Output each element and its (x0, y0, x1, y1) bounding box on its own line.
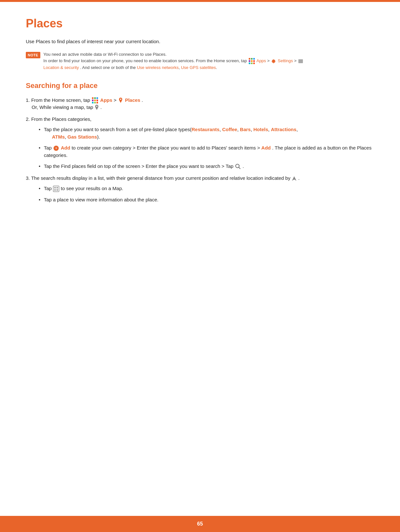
step-2-coffee: Coffee (222, 127, 237, 132)
step3-map-icon (53, 186, 59, 192)
step-1-number: 1. (26, 97, 31, 103)
step-2-bullets: Tap the place you want to search from a … (39, 126, 374, 170)
location-security-grid-icon (298, 59, 303, 63)
page-container: Places Use Places to find places of inte… (0, 0, 400, 532)
step-3-number: 3. (26, 175, 31, 181)
note-location-label: Location & security (44, 65, 79, 70)
step-1-period: . (142, 97, 143, 103)
note-line2-pre: In order to find your location on your p… (44, 58, 247, 63)
section-title: Searching for a place (26, 80, 374, 91)
step-2-bullet-2: Tap + Add to create your own category > … (39, 144, 374, 159)
step-1-places-label: Places (125, 97, 140, 103)
intro-text: Use Places to find places of interest ne… (26, 38, 374, 45)
content-area: Places Use Places to find places of inte… (0, 2, 400, 234)
step-2-b1-pre: Tap the place you want to search from a … (44, 127, 192, 132)
step-2-bullet-1: Tap the place you want to search from a … (39, 126, 374, 140)
svg-line-1 (239, 167, 240, 169)
svg-rect-3 (53, 186, 59, 192)
add-circle-icon: + (54, 146, 59, 151)
note-settings-label: Settings (278, 58, 293, 63)
note-gt2: > (294, 58, 297, 63)
step-2-b3-dot: . (243, 163, 244, 169)
note-line2-mid: . And select one or both of the (80, 65, 136, 70)
step-2-add2-label: Add (261, 145, 271, 150)
step-3: 3. The search results display in a list,… (26, 175, 374, 204)
note-period: . (216, 65, 217, 70)
step-2-gasstations: Gas Stations (67, 134, 97, 140)
note-content: You need an active mobile data or Wi-Fi … (44, 51, 304, 71)
step2-search-icon (235, 163, 241, 170)
step-1-text-pre: From the Home screen, tap (31, 97, 92, 103)
svg-point-0 (235, 164, 239, 168)
step-2-restaurants: Restaurants (192, 127, 220, 132)
step-3-bullet-2: Tap a place to view more information abo… (39, 196, 374, 204)
step-2-c1: , (219, 127, 222, 132)
step-2-add-label: Add (61, 145, 70, 150)
settings-gear-icon (271, 59, 276, 63)
step1-map-pin-icon (95, 105, 99, 111)
step-1-or-text: Or, While viewing a map, tap (32, 104, 95, 110)
step-2-b3-text: Tap the Find places field on top of the … (44, 163, 235, 169)
step-2-number: 2. (26, 116, 31, 122)
step-2: 2. From the Places categories, Tap the p… (26, 116, 374, 170)
step-2-text: From the Places categories, (31, 116, 92, 122)
step-2-b2-tap: Tap (44, 145, 53, 150)
step-2-c3: , (251, 127, 253, 132)
note-gt1: > (267, 58, 270, 63)
steps-list: 1. From the Home screen, tap Apps > Plac… (26, 97, 374, 204)
step-2-bullet-3: Tap the Find places field on top of the … (39, 163, 374, 170)
step3-direction-icon (292, 176, 297, 181)
svg-rect-4 (54, 187, 56, 189)
bottom-bar: 65 (0, 516, 400, 532)
step-3-dot: . (298, 175, 299, 181)
step-2-bars: Bars (240, 127, 251, 132)
note-gps-label: Use GPS satellites (181, 65, 216, 70)
note-box: NOTE You need an active mobile data or W… (26, 51, 374, 71)
step-2-close-paren: ). (97, 134, 100, 140)
note-apps-label: Apps (256, 58, 266, 63)
step-1-gt: > (114, 97, 118, 103)
step-2-b2-text: to create your own category > Enter the … (72, 145, 261, 150)
note-wireless-label: Use wireless networks (137, 65, 178, 70)
step-1-dot: . (100, 104, 102, 110)
step-3-b1-text: to see your results on a Map. (61, 186, 123, 191)
step-2-atms: ATMs (52, 134, 65, 140)
step-3-bullets: Tap to see your results on a Map. Tap (39, 185, 374, 203)
page-number: 65 (197, 520, 203, 528)
step-3-b2-text: Tap a place to view more information abo… (44, 197, 158, 202)
svg-rect-6 (54, 189, 56, 191)
svg-rect-5 (56, 187, 58, 189)
step-2-c6: , (65, 134, 67, 140)
step-3-bullet-1: Tap to see your results on a Map. (39, 185, 374, 192)
svg-rect-7 (56, 189, 58, 191)
note-badge: NOTE (26, 52, 40, 59)
places-pin-icon (118, 98, 123, 103)
svg-marker-2 (292, 176, 296, 181)
step1-apps-grid-icon (92, 97, 98, 103)
step-3-text: The search results display in a list, wi… (31, 175, 292, 181)
note-comma: , (179, 65, 180, 70)
step-2-hotels: Hotels (254, 127, 268, 132)
apps-grid-icon (249, 58, 255, 64)
page-title: Places (26, 15, 374, 32)
note-line1: You need an active mobile data or Wi-Fi … (44, 52, 167, 57)
step-2-c2: , (237, 127, 240, 132)
step-1: 1. From the Home screen, tap Apps > Plac… (26, 97, 374, 111)
step-3-b1-tap: Tap (44, 186, 53, 191)
step-2-attractions: Attractions (271, 127, 296, 132)
step-1-apps-label: Apps (100, 97, 113, 103)
step-2-c4: , (268, 127, 271, 132)
step-1-or: Or, While viewing a map, tap . (32, 104, 374, 111)
